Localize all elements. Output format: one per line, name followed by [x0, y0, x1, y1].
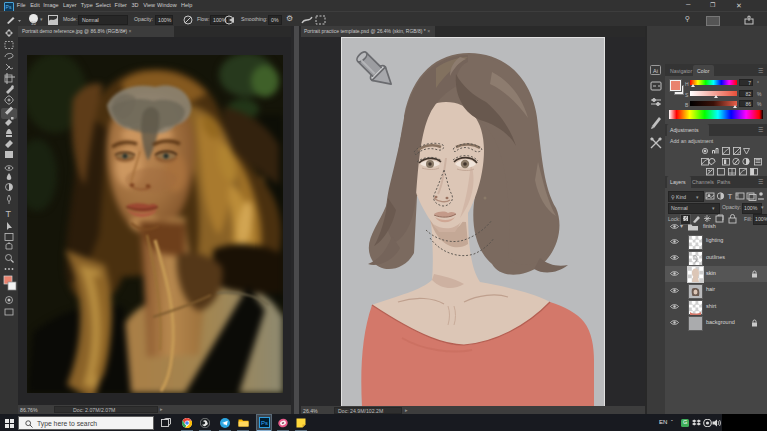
svg-text:T: T [728, 192, 733, 201]
svg-text:T: T [6, 209, 12, 219]
